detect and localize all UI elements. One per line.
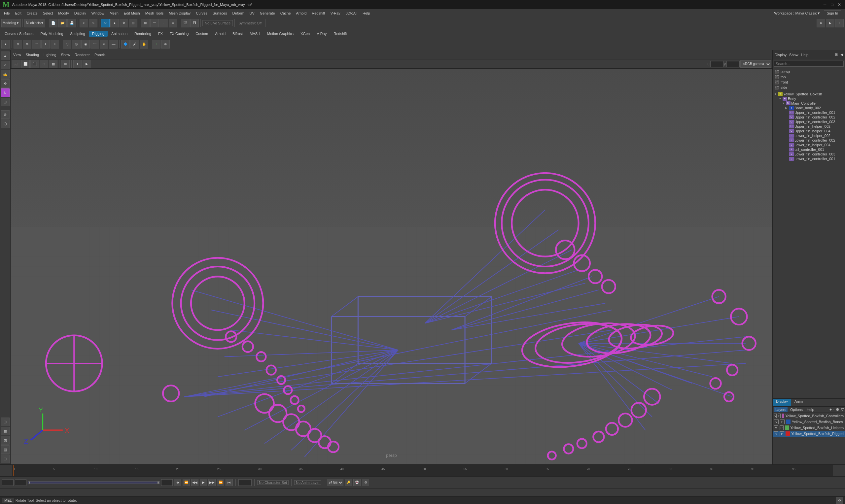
- module-custom[interactable]: Custom: [192, 31, 211, 37]
- display-tab[interactable]: Display: [775, 53, 787, 57]
- layer-controllers[interactable]: V P Yellow_Spotted_Boxfish_Controllers: [773, 413, 845, 419]
- menu-arnold[interactable]: Arnold: [294, 11, 310, 16]
- menu-display[interactable]: Display: [72, 11, 89, 16]
- paint-skin-button[interactable]: 🖌: [130, 40, 139, 49]
- snap-grid-button[interactable]: ⊞: [141, 19, 149, 28]
- camera-persp[interactable]: 🎥 persp: [773, 69, 845, 74]
- texture-button[interactable]: ▦: [49, 60, 57, 68]
- fps-dropdown[interactable]: 24 fps: [327, 479, 344, 486]
- joint-tool-button[interactable]: ⊕: [14, 40, 22, 49]
- wireframe-button[interactable]: ⬜: [21, 60, 30, 68]
- render-setup-button[interactable]: ▶: [826, 19, 834, 28]
- status-settings-button[interactable]: ⚙: [836, 497, 843, 504]
- module-arnold[interactable]: Arnold: [212, 31, 229, 37]
- viewport-panels-menu[interactable]: Panels: [93, 52, 107, 57]
- grid-button[interactable]: ⊞: [61, 60, 70, 68]
- layer-playback-button[interactable]: P: [778, 414, 780, 418]
- camera-side[interactable]: 🎥 side: [773, 85, 845, 90]
- menu-modify[interactable]: Modify: [55, 11, 71, 16]
- help-tab-bottom[interactable]: Help: [805, 407, 816, 412]
- wrinkle-button[interactable]: ≈: [100, 40, 108, 49]
- menu-cache[interactable]: Cache: [278, 11, 294, 16]
- module-xgen[interactable]: XGen: [297, 31, 313, 37]
- layer-bones[interactable]: V P Yellow_Spotted_Boxfish_Bones: [773, 419, 845, 425]
- display-settings-button[interactable]: ⚙: [816, 19, 825, 28]
- ipr-button[interactable]: 🎞: [190, 19, 199, 28]
- toggle-panel[interactable]: ⊟: [1, 454, 10, 463]
- tree-item-lower-fin-001[interactable]: L Lower_fin_controller_001: [773, 157, 845, 161]
- module-redshift[interactable]: Redshift: [330, 31, 350, 37]
- tree-item-bone-body[interactable]: ▶ b Bone_body_002: [773, 106, 845, 110]
- hud-button[interactable]: Ⅱ: [73, 60, 82, 68]
- select-tool-button[interactable]: ▲: [110, 19, 119, 28]
- layer-options-icon[interactable]: ⚙: [836, 407, 839, 412]
- quick-layout[interactable]: ⊞: [1, 417, 10, 426]
- tree-item-lower-fin-003[interactable]: L Lower_fin_controller_003: [773, 152, 845, 157]
- select-tool[interactable]: ▲: [1, 52, 10, 60]
- module-animation[interactable]: Animation: [108, 31, 131, 37]
- layer-playback-button[interactable]: P: [780, 431, 784, 436]
- module-fx-caching[interactable]: FX Caching: [166, 31, 192, 37]
- remove-joint-button[interactable]: ✧: [51, 40, 59, 49]
- keyframe-button[interactable]: 🔑: [345, 479, 352, 486]
- timeline-ruler[interactable]: 1 5 10 15 20 25 30 35 40 45 50 55 60 65 …: [12, 465, 833, 476]
- layer-helpers[interactable]: V P Yellow_Spotted_Boxfish_Helpers: [773, 425, 845, 431]
- tree-item-upper-fin-002[interactable]: U Upper_fin_controller_002: [773, 115, 845, 120]
- modeling-dropdown[interactable]: Modeling ▼: [1, 19, 21, 28]
- all-objects-dropdown[interactable]: All objects ▼: [24, 19, 45, 28]
- go-to-start-button[interactable]: ⏮: [174, 479, 181, 486]
- point-on-curve-button[interactable]: ·—: [109, 40, 118, 49]
- viewport-layout1[interactable]: ▦: [1, 427, 10, 435]
- next-key-button[interactable]: ▶▶: [208, 479, 216, 486]
- module-rigging[interactable]: Rigging: [89, 31, 108, 37]
- select-mode-button[interactable]: ▲: [1, 40, 10, 49]
- menu-file[interactable]: File: [1, 11, 13, 16]
- show-tab[interactable]: Show: [789, 53, 798, 57]
- exposure-input[interactable]: 0.00: [710, 61, 723, 67]
- tree-item-main-controller[interactable]: ▼ M Main_Controller: [773, 101, 845, 106]
- ik-tool-button[interactable]: ⊗: [23, 40, 31, 49]
- play-end-input[interactable]: 120: [161, 479, 173, 486]
- gamma-input[interactable]: 1.00: [726, 61, 740, 67]
- layer-playback-button[interactable]: P: [780, 426, 784, 430]
- signin-button[interactable]: Sign In: [824, 10, 841, 16]
- range-start-input[interactable]: 1: [2, 479, 14, 486]
- lasso-tool[interactable]: ○: [1, 61, 10, 69]
- snap-point-button[interactable]: ·: [159, 19, 168, 28]
- gamma-dropdown[interactable]: sRGB gamma: [740, 60, 771, 68]
- menu-edit-mesh[interactable]: Edit Mesh: [121, 11, 143, 16]
- wire-button[interactable]: 〰: [90, 40, 99, 49]
- insert-joint-button[interactable]: ✦: [41, 40, 50, 49]
- lattice-button[interactable]: ⬡: [63, 40, 71, 49]
- move-tool[interactable]: ✥: [1, 79, 10, 88]
- tree-item-yellow-spotted-boxfish[interactable]: ▼ Y Yellow_Spotted_Boxfish: [773, 92, 845, 96]
- snap-surface-button[interactable]: ≡: [169, 19, 177, 28]
- layer-visibility-button[interactable]: V: [774, 419, 779, 424]
- skin-cluster-button[interactable]: 🔷: [121, 40, 130, 49]
- viewport-layout3[interactable]: ▤: [1, 445, 10, 454]
- step-back-button[interactable]: ⏪: [182, 479, 190, 486]
- settings-button[interactable]: ⚙: [362, 479, 369, 486]
- rotate-tool[interactable]: ↻: [1, 88, 10, 97]
- rotate-tool-button[interactable]: ↻: [101, 19, 110, 28]
- playblast-button[interactable]: ▶: [83, 60, 91, 68]
- menu-surfaces[interactable]: Surfaces: [210, 11, 229, 16]
- tree-item-upper-fin-001[interactable]: U Upper_fin_controller_001: [773, 110, 845, 115]
- tree-item-upper-helper-002[interactable]: U Upper_fin_helper_002: [773, 124, 845, 129]
- current-frame-input[interactable]: 1: [15, 479, 27, 486]
- tree-item-lower-fin-002[interactable]: L Lower_fin_controller_002: [773, 138, 845, 143]
- menu-vray[interactable]: V-Ray: [328, 11, 343, 16]
- interactive-skin-button[interactable]: ✋: [140, 40, 148, 49]
- collapse-icon[interactable]: ◀: [840, 53, 843, 57]
- layer-rigged[interactable]: V P Yellow_Spotted_Boxfish_Rigged: [773, 431, 845, 437]
- menu-window[interactable]: Window: [89, 11, 107, 16]
- module-vray[interactable]: V-Ray: [313, 31, 330, 37]
- tree-item-upper-helper-004[interactable]: U Upper_fin_helper_004: [773, 129, 845, 133]
- redo-button[interactable]: ↪: [89, 19, 98, 28]
- layer-visibility-button[interactable]: V: [774, 431, 778, 436]
- expand-icon[interactable]: ⊞: [835, 53, 838, 57]
- viewport-renderer-menu[interactable]: Renderer: [73, 52, 91, 57]
- menu-curves[interactable]: Curves: [193, 11, 210, 16]
- menu-create[interactable]: Create: [24, 11, 40, 16]
- cluster-button[interactable]: ◎: [72, 40, 81, 49]
